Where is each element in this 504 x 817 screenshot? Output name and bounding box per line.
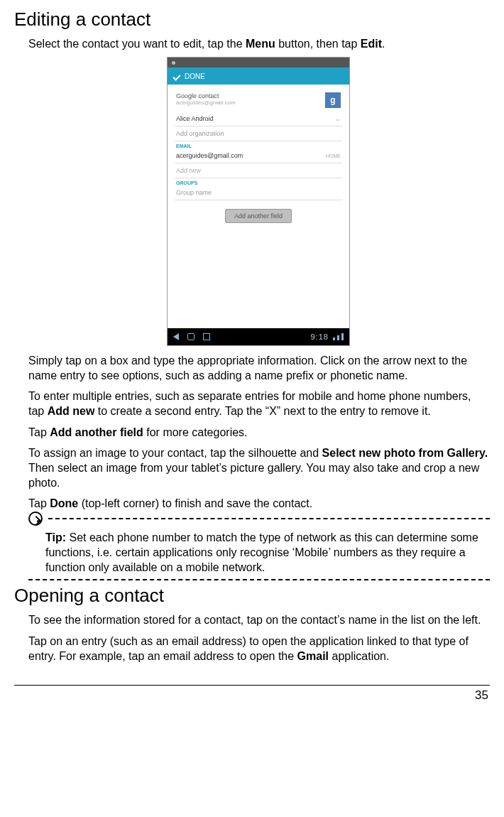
heading-editing-contact: Editing a contact bbox=[14, 9, 490, 31]
email-type: HOME bbox=[326, 153, 341, 158]
screenshot-container: DONE Google contact acerguides@gmail.com… bbox=[28, 57, 488, 346]
text: To assign an image to your contact, tap … bbox=[28, 447, 322, 459]
avatar-placeholder: g bbox=[325, 92, 341, 108]
paragraph-tap-box: Simply tap on a box and type the appropr… bbox=[28, 353, 488, 383]
text: button, then tap bbox=[275, 38, 361, 50]
bold-add-another-field: Add another field bbox=[50, 426, 143, 438]
status-bar bbox=[168, 58, 349, 67]
add-new-label: Add new bbox=[176, 167, 201, 174]
done-label: DONE bbox=[185, 72, 205, 80]
org-placeholder: Add organization bbox=[176, 130, 224, 137]
text: Tap bbox=[28, 426, 50, 438]
google-contact-label: Google contact bbox=[176, 92, 325, 99]
tablet-screenshot: DONE Google contact acerguides@gmail.com… bbox=[167, 57, 350, 346]
footer-divider bbox=[14, 685, 490, 686]
signal-icon bbox=[333, 333, 344, 340]
dash-divider bbox=[48, 518, 490, 519]
email-value: acerguides@gmail.com bbox=[176, 152, 326, 159]
text: (top-left corner) to finish and save the… bbox=[78, 497, 312, 509]
chevron-down-icon: ⌄ bbox=[335, 115, 341, 122]
add-field-wrap: Add another field bbox=[175, 209, 342, 223]
back-icon bbox=[173, 333, 179, 340]
nav-icons bbox=[173, 333, 311, 340]
dash-divider bbox=[28, 579, 490, 580]
bold-done: Done bbox=[50, 497, 78, 509]
group-placeholder: Group name bbox=[176, 189, 212, 196]
text: application. bbox=[329, 650, 389, 662]
text: Then select an image from your tablet’s … bbox=[28, 462, 479, 489]
name-value: Alice Android bbox=[176, 115, 335, 122]
paragraph-assign-image: To assign an image to your contact, tap … bbox=[28, 445, 488, 490]
paragraph-another-field: Tap Add another field for more categorie… bbox=[28, 425, 488, 440]
name-field: Alice Android ⌄ bbox=[175, 112, 342, 126]
bold-select-photo: Select new photo from Gallery. bbox=[322, 447, 488, 459]
add-new-row: Add new bbox=[175, 163, 342, 178]
add-another-field-button: Add another field bbox=[225, 209, 292, 223]
tip-box: Tip: Set each phone number to match the … bbox=[14, 518, 490, 580]
bold-menu: Menu bbox=[246, 38, 275, 50]
group-field: Group name bbox=[175, 185, 342, 200]
groups-section-label: GROUPS bbox=[175, 178, 342, 185]
page-number: 35 bbox=[14, 688, 490, 703]
tip-icon bbox=[28, 512, 43, 526]
status-dot-icon bbox=[172, 61, 175, 65]
text: Select the contact you want to edit, tap… bbox=[28, 38, 246, 50]
bold-gmail: Gmail bbox=[297, 650, 329, 662]
text: Tap on an entry (such as an email addres… bbox=[28, 635, 469, 662]
clock: 9:18 bbox=[311, 332, 329, 341]
recent-icon bbox=[203, 333, 210, 340]
app-top-bar: DONE bbox=[168, 67, 349, 85]
organization-field: Add organization bbox=[175, 126, 342, 141]
bold-edit: Edit bbox=[361, 38, 382, 50]
account-email: acerguides@gmail.com bbox=[176, 99, 325, 106]
email-section-label: EMAIL bbox=[175, 141, 342, 148]
text: Tap bbox=[28, 497, 50, 509]
paragraph-multiple-entries: To enter multiple entries, such as separ… bbox=[28, 389, 488, 418]
nav-bar: 9:18 bbox=[168, 328, 349, 345]
text: . bbox=[382, 38, 385, 50]
bold-add-new: Add new bbox=[48, 405, 95, 417]
text: for more categories. bbox=[143, 426, 248, 438]
paragraph-tap-entry: Tap on an entry (such as an email addres… bbox=[28, 634, 488, 664]
text: to create a second entry. Tap the “X” ne… bbox=[94, 405, 430, 417]
tip-body: Set each phone number to match the type … bbox=[45, 531, 478, 573]
account-row: Google contact acerguides@gmail.com g bbox=[175, 89, 342, 112]
tip-text: Tip: Set each phone number to match the … bbox=[45, 530, 484, 575]
paragraph-done: Tap Done (top-left corner) to finish and… bbox=[28, 496, 488, 511]
paragraph-intro: Select the contact you want to edit, tap… bbox=[28, 36, 488, 51]
email-field: acerguides@gmail.com HOME bbox=[175, 148, 342, 163]
tip-label: Tip: bbox=[45, 531, 66, 543]
home-icon bbox=[187, 333, 195, 340]
contact-form: Google contact acerguides@gmail.com g Al… bbox=[168, 85, 349, 328]
paragraph-see-info: To see the information stored for a cont… bbox=[28, 612, 488, 627]
heading-opening-contact: Opening a contact bbox=[14, 585, 490, 607]
check-icon bbox=[173, 72, 180, 80]
